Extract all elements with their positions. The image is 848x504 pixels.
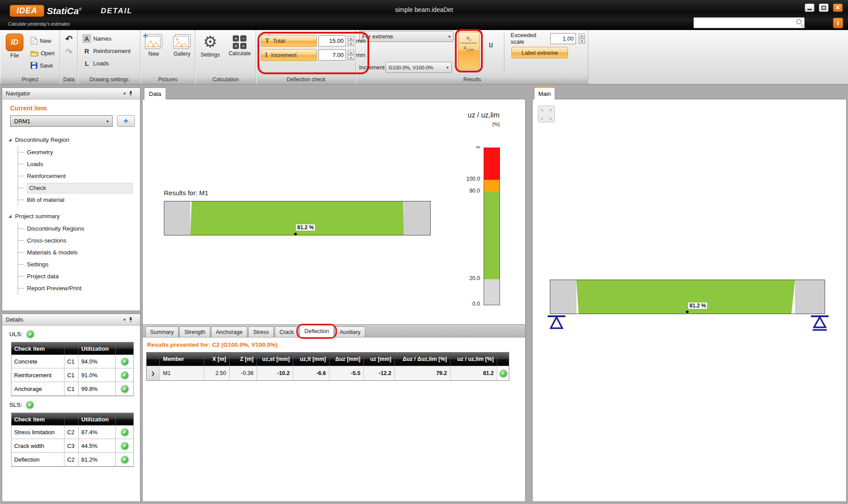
tree-node-project-summary[interactable]: ◢ Project summary [8,210,140,222]
tab-main[interactable]: Main [534,87,555,99]
uzlt-cell: -6.6 [293,366,329,380]
spin-down-icon[interactable]: ▼ [348,41,354,46]
plus-icon: + [143,31,148,41]
tree-node-label: Project summary [15,213,60,220]
minimize-button[interactable] [805,4,814,12]
spin-up-icon[interactable]: ▲ [348,50,354,55]
chevron-down-icon[interactable]: ▾ [121,317,129,322]
table-row[interactable]: Deflection C2 81.2% ✓ [11,453,133,466]
tree-item-reinforcement[interactable]: Reinforcement [26,170,140,182]
total-value-field[interactable]: 15.00 [318,35,346,46]
for-extreme-dropdown[interactable]: For extreme ▾ [359,31,454,42]
tree-item-project-data[interactable]: Project data [26,270,140,282]
tree-item-geometry[interactable]: Geometry [26,146,140,158]
for-extreme-value: For extreme [362,33,393,40]
tab-auxiliary[interactable]: Auxiliary [335,326,365,337]
picture-new-button[interactable]: + New [142,32,166,74]
tree-item-settings[interactable]: Settings [26,258,140,270]
tree-item-check[interactable]: Check [26,182,140,194]
increment-dropdown[interactable]: G100.0%, V100.0% ▾ [386,62,452,73]
total-button[interactable]: T Total [261,35,317,47]
navigator-title: Navigator [6,90,30,97]
spin-up-icon[interactable]: ▲ [348,36,354,41]
gallery-button[interactable]: Gallery [170,32,194,74]
file-button[interactable]: ID File [3,32,26,74]
current-item-dropdown[interactable]: DRM1 ▾ [10,115,113,127]
uz-ratio-button[interactable]: uz uz,lim [458,32,480,70]
increment-button[interactable]: I Increment [261,49,317,61]
label-extreme-button[interactable]: Label extreme [511,47,568,58]
ribbon-group-project: ID File New Open Save [0,30,60,84]
column-header-check-item: Check item [11,342,64,355]
increment-value-field[interactable]: 7.00 [318,49,346,61]
exceeded-scale-spinner[interactable]: ▲ ▼ [579,34,585,44]
tree-item-report-preview-print[interactable]: Report Preview/Print [26,282,140,294]
tree-item-bill-of-material[interactable]: Bill of material [26,194,140,206]
uzst-cell: -10.2 [257,366,293,380]
chevron-down-icon: ▾ [106,119,109,124]
table-row[interactable]: Concrete C1 94.0% ✓ [11,355,133,368]
undo-button[interactable]: ↶ [62,32,76,45]
utilization-scale [484,148,500,305]
tree-item-discontinuity-regions[interactable]: Discontinuity Regions [26,223,140,235]
redo-button[interactable]: ↷ [62,45,76,59]
tab-summary[interactable]: Summary [145,326,178,337]
uz-numerator-sub: z [469,38,471,42]
tree-item-cross-sections[interactable]: Cross-sections [26,235,140,246]
spin-up-icon[interactable]: ▲ [579,34,585,38]
search-input[interactable] [696,18,791,27]
settings-button[interactable]: ⚙ Settings [198,32,222,74]
pin-icon[interactable] [129,91,136,96]
spin-down-icon[interactable]: ▼ [579,39,585,44]
loads-toggle[interactable]: L Loads [81,57,137,69]
total-spinner[interactable]: ▲ ▼ [348,36,354,46]
pin-support-icon [546,315,567,331]
calculate-label: Calculate [229,50,251,57]
member-cell: M1 [160,366,204,380]
maximize-button[interactable] [819,4,829,12]
table-row[interactable]: Anchorage C1 99.8% ✓ [11,382,133,396]
increment-combo-value: G100.0%, V100.0% [389,65,433,70]
group-label-drawing-settings: Drawing settings [78,75,140,84]
tree-item-label: Settings [27,261,49,268]
tab-anchorage[interactable]: Anchorage [211,326,247,337]
tab-strength[interactable]: Strength [179,326,210,337]
increment-spinner[interactable]: ▲ ▼ [348,50,354,60]
table-row[interactable]: Reinforcement C1 91.0% ✓ [11,368,133,382]
spin-down-icon[interactable]: ▼ [348,55,354,60]
u-button[interactable]: u [484,37,498,51]
column-header-uz: uz [mm] [364,352,395,366]
close-button[interactable]: ✕ [833,4,843,12]
expander-icon[interactable]: ◢ [8,214,11,218]
save-button[interactable]: Save [29,59,57,72]
tree-item-materials-models[interactable]: Materials & models [26,246,140,258]
tab-stress[interactable]: Stress [248,326,273,337]
tree-item-loads[interactable]: Loads [26,158,140,170]
file-icon: ID [6,34,23,51]
utilization-cell: 91.0% [79,368,116,382]
tree-node-discontinuity-region[interactable]: ◢ Discontinuity Region [8,134,140,145]
tab-deflection[interactable]: Deflection [299,325,334,337]
open-button[interactable]: Open [29,47,57,59]
calculate-button[interactable]: + − × ÷ Calculate [226,32,254,74]
row-expander-button[interactable]: ❯ [147,366,160,380]
chevron-down-icon[interactable]: ▾ [121,91,129,96]
expander-icon[interactable]: ◢ [8,137,11,142]
column-header-uz-ratio: uz / uz,lim [%] [450,352,497,366]
pin-icon[interactable] [129,317,136,322]
add-item-button[interactable]: + [117,115,135,127]
names-toggle[interactable]: A Names [81,32,137,45]
table-row-m1[interactable]: ❯ M1 2.50 -0.36 -10.2 -6.6 -5.5 -12.2 79… [147,366,509,380]
reinforcement-toggle[interactable]: R Reinforcement [81,45,137,57]
info-button[interactable]: i [833,18,843,28]
calculate-icon: + − × ÷ [233,35,246,49]
new-project-button[interactable]: New [29,34,57,47]
tab-crack[interactable]: Crack [275,326,299,337]
beam-extreme-dot [294,233,297,235]
table-row[interactable]: Crack width C3 44.5% ✓ [11,439,133,453]
arrow-se-icon: ↘ [546,114,554,122]
tab-data[interactable]: Data [144,87,166,99]
table-row[interactable]: Stress limitation C2 87.4% ✓ [11,425,133,439]
view-navigation-widget[interactable]: ↖ ↗ ↙ ↘ [538,106,555,122]
exceeded-scale-field[interactable]: 1.00 [550,33,576,44]
